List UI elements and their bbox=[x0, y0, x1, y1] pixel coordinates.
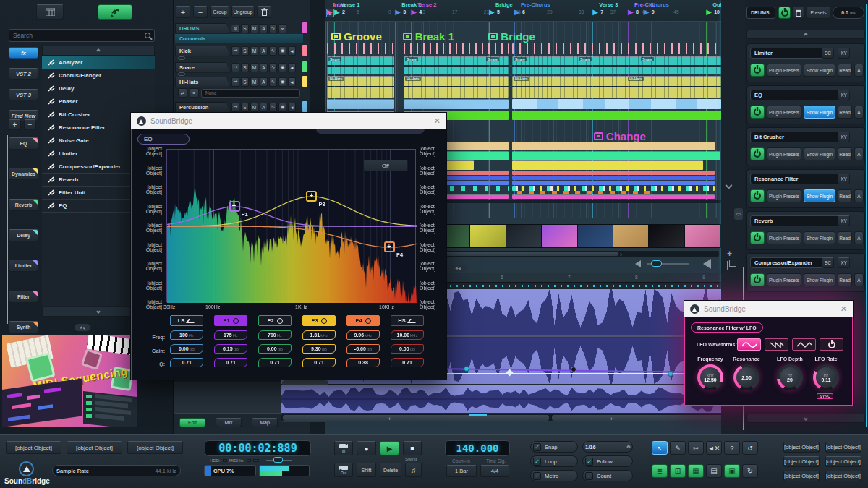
plugin-list-scroll-up[interactable] bbox=[42, 46, 155, 56]
editor-tab[interactable]: Map bbox=[252, 418, 278, 427]
action-button[interactable]: [object Object] bbox=[783, 471, 820, 481]
plugin-list-item[interactable]: Phaser bbox=[42, 95, 155, 108]
xy-button[interactable]: XY bbox=[838, 90, 850, 100]
plugin-type-tab[interactable]: VST 3 bbox=[9, 89, 38, 100]
io-icon[interactable]: ↦ bbox=[231, 77, 239, 87]
sync-button[interactable]: SYNC bbox=[817, 393, 833, 399]
read-automation-button[interactable]: Read bbox=[838, 64, 852, 77]
plugin-power-button[interactable] bbox=[750, 147, 765, 160]
swap-icon[interactable]: ⇄ bbox=[178, 88, 187, 98]
band-gain-field[interactable]: 0.00dB bbox=[258, 344, 292, 354]
show-plugin-button[interactable]: Show Plugin bbox=[804, 231, 835, 244]
tempo-display[interactable]: 140.000 bbox=[445, 440, 510, 456]
redo-button[interactable]: ↻ bbox=[742, 464, 758, 478]
automation-mode-button[interactable]: A bbox=[854, 106, 864, 119]
close-icon[interactable]: ✕ bbox=[841, 304, 847, 314]
eq-band-handle[interactable]: P3 bbox=[306, 191, 317, 202]
eq-band-handle[interactable]: P4 bbox=[384, 241, 395, 252]
band-freq-field[interactable]: 700Hz bbox=[258, 330, 292, 340]
plugin-list-item[interactable]: Analyzer bbox=[42, 56, 155, 69]
rack-power-button[interactable] bbox=[778, 7, 791, 19]
record-button[interactable]: ● bbox=[357, 441, 376, 455]
section-label[interactable]: Break 1 bbox=[403, 30, 454, 43]
scroll-left-arrow[interactable]: ‹ bbox=[388, 415, 391, 422]
fx-slot-field[interactable]: None bbox=[201, 89, 300, 98]
eq-graph[interactable]: Off P1 P3 P4 bbox=[166, 149, 416, 302]
track-row[interactable]: Hi-Hats ↦ S M A ∿ ◉ ◄ bbox=[175, 76, 296, 87]
plugin-presets-button[interactable]: Plugin Presets bbox=[767, 189, 801, 202]
track-name[interactable]: Hi-Hats bbox=[175, 77, 230, 87]
panel-resize-handle[interactable]: <> bbox=[734, 208, 743, 220]
zoom-slider-track[interactable] bbox=[647, 263, 689, 265]
add-track-button[interactable]: + bbox=[176, 6, 190, 18]
comments-row[interactable]: Comments bbox=[175, 34, 303, 43]
lane-expand-toggle[interactable] bbox=[448, 265, 467, 272]
track-row[interactable]: Percussion ↦ S M A ∿ ◉ ◄ bbox=[175, 101, 296, 113]
mute-button[interactable]: M bbox=[250, 77, 258, 87]
plugin-list-item[interactable]: Delay bbox=[42, 82, 155, 95]
pan-tool-icon[interactable]: + bbox=[727, 249, 732, 259]
rack-scroll-down[interactable] bbox=[746, 414, 865, 423]
triangle-wave-button[interactable] bbox=[792, 338, 816, 351]
count-in-button[interactable]: 1 Bar bbox=[446, 465, 477, 477]
plugin-list-item[interactable]: Chorus/Flanger bbox=[42, 69, 155, 82]
section-label[interactable]: Bridge bbox=[488, 30, 535, 43]
duplicate-view-icon[interactable] bbox=[727, 261, 728, 270]
automation-mode-button[interactable]: A bbox=[854, 147, 864, 160]
percussion-clip-row[interactable] bbox=[326, 99, 721, 109]
menu-icon[interactable]: ≡ bbox=[190, 88, 199, 98]
plugin-type-tab[interactable]: fx bbox=[9, 47, 38, 59]
arm-button[interactable]: A bbox=[260, 46, 268, 56]
action-button[interactable]: [object Object] bbox=[825, 471, 861, 481]
plugin-presets-button[interactable]: Plugin Presets bbox=[767, 147, 801, 160]
track-name[interactable]: Snare bbox=[175, 62, 230, 73]
action-button[interactable]: [object Object] bbox=[783, 442, 820, 453]
fold-icon[interactable]: » bbox=[231, 25, 240, 33]
speaker-icon[interactable]: ◄ bbox=[288, 63, 296, 72]
cursor-tool[interactable]: ↖ bbox=[652, 441, 668, 455]
plugin-slot-name[interactable]: Reverb bbox=[750, 215, 850, 226]
rack-track-name[interactable]: DRUMS bbox=[746, 7, 775, 19]
scroll-right-arrow[interactable]: › bbox=[610, 415, 613, 422]
eq-band-chip[interactable]: P1 bbox=[214, 315, 247, 326]
read-automation-button[interactable]: Read bbox=[838, 106, 852, 119]
plugin-power-button[interactable] bbox=[750, 189, 765, 202]
rack-delay-field[interactable]: 0.0ms bbox=[833, 7, 864, 19]
mute-button[interactable]: M bbox=[250, 24, 258, 33]
automation-point[interactable] bbox=[668, 371, 673, 377]
automation-mode-button[interactable]: A bbox=[854, 189, 864, 202]
toggle-button[interactable]: ✓ Follow bbox=[582, 455, 633, 467]
scroll-down-icon[interactable] bbox=[726, 182, 731, 189]
band-q-field[interactable]: 0.38 bbox=[346, 358, 380, 367]
saw-wave-button[interactable] bbox=[765, 338, 788, 351]
zoom-slider-thumb[interactable] bbox=[651, 260, 662, 267]
kick-clip-row[interactable] bbox=[326, 43, 721, 54]
plugin-presets-button[interactable]: Plugin Presets bbox=[767, 106, 801, 119]
automation-icon[interactable]: ∿ bbox=[269, 63, 277, 72]
browser-view-button[interactable] bbox=[36, 4, 64, 20]
xy-button[interactable]: XY bbox=[838, 48, 850, 59]
automation-point[interactable] bbox=[464, 366, 469, 372]
master-track-row[interactable]: DRUMS » S M A ∿ ∞ bbox=[175, 22, 286, 34]
speaker-icon[interactable]: ◄ bbox=[288, 77, 296, 87]
piano-roll-view[interactable]: ▦ bbox=[688, 464, 704, 478]
tempo-slider-thumb[interactable] bbox=[273, 457, 283, 463]
window-titlebar[interactable]: SoundBridge ✕ bbox=[684, 301, 853, 317]
automation-point[interactable] bbox=[571, 367, 576, 372]
mixer-view[interactable]: ⊞ bbox=[670, 464, 686, 478]
remove-category-button[interactable]: − bbox=[24, 119, 36, 130]
arm-button[interactable]: A bbox=[260, 63, 268, 72]
band-q-field[interactable]: 0.71 bbox=[170, 358, 203, 367]
action-button[interactable]: [object Object] bbox=[825, 456, 861, 467]
eq-band-chip[interactable]: LS bbox=[170, 315, 203, 326]
eq-off-button[interactable]: Off bbox=[363, 160, 408, 171]
eq-band-handle[interactable]: P1 bbox=[229, 201, 240, 212]
undo-button[interactable]: ↺ bbox=[742, 441, 758, 455]
section-label[interactable]: Change bbox=[594, 130, 646, 142]
editor-tab[interactable]: Edit bbox=[179, 418, 205, 427]
band-q-field[interactable]: 0.71 bbox=[258, 358, 292, 367]
knob[interactable]: Hz20 bbox=[777, 364, 803, 390]
monitor-icon[interactable]: ◉ bbox=[278, 77, 286, 87]
band-freq-field[interactable]: 175Hz bbox=[214, 330, 247, 340]
band-q-field[interactable]: 0.71 bbox=[391, 358, 424, 367]
